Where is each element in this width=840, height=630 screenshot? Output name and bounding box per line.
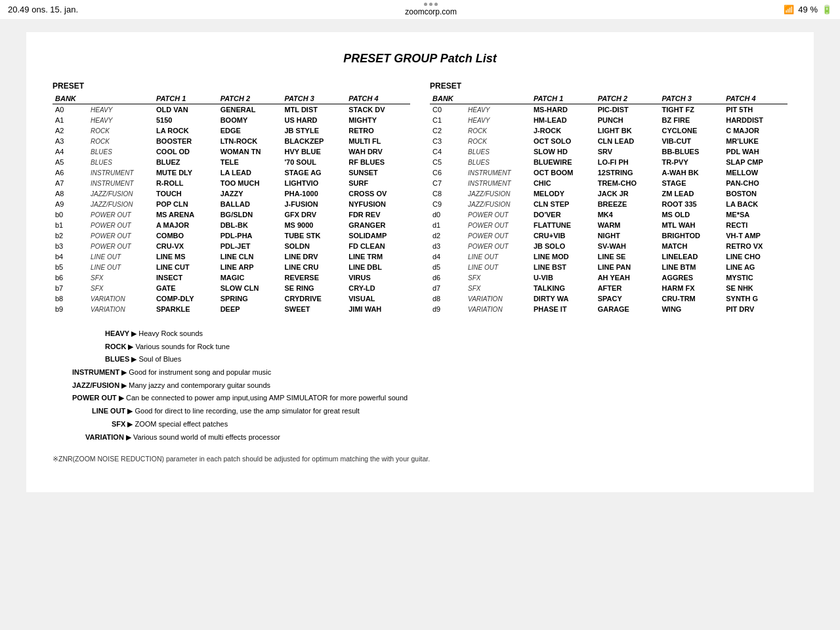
status-time-date: 20.49 ons. 15. jan. [8, 5, 78, 14]
note-item: HEAVY ▶ Heavy Rock sounds [52, 327, 788, 340]
patch3-cell: WING [659, 304, 723, 314]
bank-cell: b1 [52, 220, 88, 230]
bank-cell: d5 [430, 262, 465, 272]
bank-cell: b3 [52, 241, 88, 251]
patch1-cell: BLUEZ [154, 157, 218, 167]
status-right: 📶 49 % 🔋 [784, 5, 832, 14]
battery-icon: 🔋 [822, 5, 832, 14]
bank-cell: d7 [430, 283, 465, 293]
patch1-cell: CHIC [531, 178, 595, 188]
bank-cell: A4 [52, 146, 88, 157]
patch2-cell: LIGHT BK [595, 125, 660, 136]
patch1-cell: COMBO [154, 230, 218, 241]
note-item: VARIATION ▶ Various sound world of multi… [52, 431, 788, 444]
patch2-cell: GARAGE [595, 304, 660, 314]
note-desc: Various sounds for Rock tune [136, 343, 230, 350]
table-row: C4 BLUES SLOW HD SRV BB-BLUES PDL WAH [430, 146, 788, 157]
type-cell: JAZZ/FUSION [88, 199, 154, 209]
type-cell: BLUES [88, 146, 154, 157]
patch3-cell: ZM LEAD [659, 188, 723, 199]
patch2-cell: SPACY [595, 293, 660, 304]
patch4-cell: SOLIDAMP [346, 230, 410, 241]
wifi-icon: 📶 [784, 5, 794, 14]
patch4-cell: RECTI [723, 220, 788, 230]
bank-cell: C6 [430, 167, 465, 178]
patch4-cell: RETRO VX [723, 241, 788, 251]
patch2-cell: LINE CLN [218, 251, 282, 262]
bank-cell: b5 [52, 262, 88, 272]
right-table-section: PRESET BANK PATCH 1 PATCH 2 PATCH 3 PATC… [430, 81, 788, 314]
url-label[interactable]: zoomcorp.com [405, 7, 457, 16]
patch1-cell: CRU-VX [154, 241, 218, 251]
left-preset-label: PRESET [52, 81, 84, 92]
type-cell: POWER OUT [465, 241, 531, 251]
patch3-cell: REVERSE [282, 272, 346, 283]
type-cell: INSTRUMENT [465, 178, 531, 188]
type-cell: HEAVY [88, 104, 154, 116]
patch2-cell: PIC-DIST [595, 104, 660, 116]
note-item: ROCK ▶ Various sounds for Rock tune [52, 341, 788, 353]
patch1-cell: MELODY [531, 188, 595, 199]
bank-cell: b9 [52, 304, 88, 314]
patch3-cell: PHA-1000 [282, 188, 346, 199]
note-item: LINE OUT ▶ Good for direct to line recor… [52, 405, 788, 417]
patch1-cell: U-VIB [531, 272, 595, 283]
note-arrow: ▶ [125, 420, 135, 428]
patch2-cell: LINE ARP [218, 262, 282, 272]
patch1-cell: JB SOLO [531, 241, 595, 251]
table-row: A9 JAZZ/FUSION POP CLN BALLAD J-FUSION N… [52, 199, 410, 209]
type-cell: SFX [88, 272, 154, 283]
patch3-cell: LINE DRV [282, 251, 346, 262]
bank-cell: C8 [430, 188, 465, 199]
type-cell: HEAVY [465, 104, 531, 116]
note-desc: Good for instrument song and popular mus… [129, 368, 271, 376]
type-cell: LINE OUT [88, 262, 154, 272]
patch3-cell: LIGHTVIO [282, 178, 346, 188]
patch1-cell: FLATTUNE [531, 220, 595, 230]
patch3-cell: CRU-TRM [659, 293, 723, 304]
patch3-cell: SE RING [282, 283, 346, 293]
bank-cell: d9 [430, 304, 465, 314]
table-row: C9 JAZZ/FUSION CLN STEP BREEZE ROOT 335 … [430, 199, 788, 209]
patch1-cell: OCT BOOM [531, 167, 595, 178]
left-table: BANK PATCH 1 PATCH 2 PATCH 3 PATCH 4 A0 … [52, 93, 410, 314]
right-patch2-header: PATCH 2 [595, 93, 660, 104]
patch4-cell: BOSTON [723, 188, 788, 199]
right-preset-label: PRESET [430, 81, 461, 92]
patch2-cell: 12STRING [595, 167, 660, 178]
browser-url-bar[interactable]: zoomcorp.com [405, 3, 457, 16]
patch2-cell: JAZZY [218, 188, 282, 199]
type-cell: POWER OUT [465, 230, 531, 241]
note-desc: Soul of Blues [138, 355, 181, 363]
table-row: C3 ROCK OCT SOLO CLN LEAD VIB-CUT MR'LUK… [430, 136, 788, 146]
bank-cell: C2 [430, 125, 465, 136]
page-content: PRESET GROUP Patch List PRESET BANK PATC… [26, 32, 814, 492]
note-item: JAZZ/FUSION ▶ Many jazzy and contemporar… [52, 379, 788, 392]
patch1-cell: LINE MS [154, 251, 218, 262]
right-table: BANK PATCH 1 PATCH 2 PATCH 3 PATCH 4 C0 … [430, 93, 788, 314]
table-row: d9 VARIATION PHASE IT GARAGE WING PIT DR… [430, 304, 788, 314]
note-label: JAZZ/FUSION [72, 381, 119, 389]
table-row: d4 LINE OUT LINE MOD LINE SE LINELEAD LI… [430, 251, 788, 262]
bank-cell: C7 [430, 178, 465, 188]
patch4-cell: MR'LUKE [723, 136, 788, 146]
type-cell: LINE OUT [465, 262, 531, 272]
type-cell: HEAVY [465, 115, 531, 125]
patch2-cell: SRV [595, 146, 660, 157]
bank-cell: d4 [430, 251, 465, 262]
note-label: ROCK [105, 343, 126, 350]
patch1-cell: MS ARENA [154, 209, 218, 220]
type-cell: BLUES [465, 146, 531, 157]
bank-cell: A1 [52, 115, 88, 125]
patch2-cell: MK4 [595, 209, 660, 220]
left-patch2-header: PATCH 2 [218, 93, 282, 104]
bank-cell: C4 [430, 146, 465, 157]
patch2-cell: BALLAD [218, 199, 282, 209]
patch1-cell: SLOW HD [531, 146, 595, 157]
type-cell: ROCK [88, 125, 154, 136]
table-row: b8 VARIATION COMP-DLY SPRING CRYDRIVE VI… [52, 293, 410, 304]
patch2-cell: TREM-CHO [595, 178, 660, 188]
bank-cell: C1 [430, 115, 465, 125]
patch3-cell: HARM FX [659, 283, 723, 293]
patch4-cell: HARDDIST [723, 115, 788, 125]
